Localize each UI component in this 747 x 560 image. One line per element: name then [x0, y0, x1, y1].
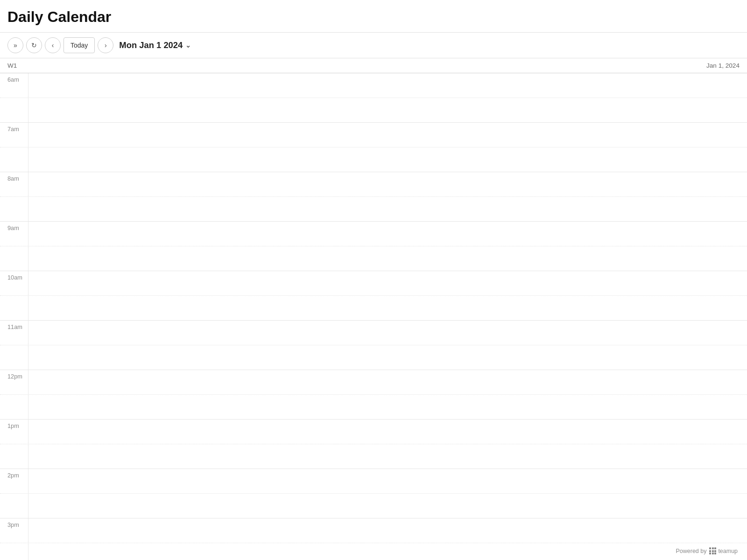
teamup-grid-icon [709, 547, 716, 554]
time-row[interactable] [0, 296, 747, 321]
time-slot-area[interactable] [28, 494, 747, 518]
calendar-grid: 6am7am8am9am10am11am12pm1pm2pm3pm4pm5pm6… [0, 73, 747, 560]
time-row[interactable]: 3pm [0, 518, 747, 543]
time-label: 3pm [0, 518, 28, 528]
time-slot-area[interactable] [28, 518, 747, 543]
time-slot-area[interactable] [28, 147, 747, 172]
chevron-down-icon: ⌄ [185, 42, 191, 49]
time-label [0, 494, 28, 497]
time-label [0, 147, 28, 150]
time-label: 12pm [0, 370, 28, 380]
time-slot-area[interactable] [28, 246, 747, 271]
time-row[interactable] [0, 98, 747, 123]
time-slot-area[interactable] [28, 321, 747, 345]
time-slot-area[interactable] [28, 172, 747, 196]
footer: Powered by teamup [676, 547, 738, 554]
time-row[interactable] [0, 147, 747, 172]
time-slot-area[interactable] [28, 345, 747, 370]
powered-by-label: Powered by [676, 548, 707, 554]
time-row[interactable] [0, 345, 747, 370]
time-label: 6am [0, 73, 28, 83]
time-row[interactable]: 9am [0, 222, 747, 246]
toolbar: » ↻ ‹ Today › Mon Jan 1 2024 ⌄ [0, 33, 747, 58]
time-label [0, 246, 28, 249]
time-label: 11am [0, 321, 28, 330]
brand-label: teamup [718, 548, 738, 554]
time-slot-area[interactable] [28, 73, 747, 98]
time-slot-area[interactable] [28, 296, 747, 320]
time-slot-area[interactable] [28, 123, 747, 147]
today-button[interactable]: Today [63, 37, 95, 53]
time-row[interactable] [0, 494, 747, 518]
time-row[interactable]: 2pm [0, 469, 747, 494]
time-label: 9am [0, 222, 28, 231]
current-date-label: Mon Jan 1 2024 [119, 40, 183, 50]
time-row[interactable]: 1pm [0, 420, 747, 444]
time-row[interactable]: 7am [0, 123, 747, 147]
time-row[interactable] [0, 395, 747, 420]
time-row[interactable] [0, 197, 747, 222]
time-label: 10am [0, 271, 28, 281]
time-row[interactable]: 10am [0, 271, 747, 296]
time-label: 8am [0, 172, 28, 182]
time-label [0, 345, 28, 348]
page-title: Daily Calendar [0, 0, 747, 33]
time-row[interactable]: 12pm [0, 370, 747, 395]
next-button[interactable]: › [98, 37, 113, 53]
expand-button[interactable]: » [7, 37, 23, 53]
time-label [0, 98, 28, 101]
time-row[interactable]: 6am [0, 73, 747, 98]
time-slot-area[interactable] [28, 444, 747, 469]
time-row[interactable] [0, 543, 747, 560]
refresh-button[interactable]: ↻ [26, 37, 42, 53]
time-row[interactable]: 8am [0, 172, 747, 197]
time-slot-area[interactable] [28, 370, 747, 394]
teamup-logo: teamup [709, 547, 738, 554]
time-slot-area[interactable] [28, 395, 747, 419]
time-row[interactable]: 11am [0, 321, 747, 345]
time-label [0, 197, 28, 200]
time-label [0, 444, 28, 447]
time-slot-area[interactable] [28, 271, 747, 295]
date-selector[interactable]: Mon Jan 1 2024 ⌄ [119, 40, 191, 50]
time-label: 1pm [0, 420, 28, 429]
time-label: 7am [0, 123, 28, 133]
time-label [0, 395, 28, 398]
time-slot-area[interactable] [28, 222, 747, 246]
week-number-label: W1 [7, 62, 35, 69]
time-label: 2pm [0, 469, 28, 479]
prev-button[interactable]: ‹ [45, 37, 61, 53]
calendar-header: W1 Jan 1, 2024 [0, 58, 747, 73]
time-slot-area[interactable] [28, 197, 747, 221]
time-label [0, 296, 28, 299]
time-slot-area[interactable] [28, 469, 747, 493]
time-slot-area[interactable] [28, 543, 747, 560]
time-slot-area[interactable] [28, 98, 747, 122]
time-row[interactable] [0, 444, 747, 469]
time-slot-area[interactable] [28, 420, 747, 444]
date-label: Jan 1, 2024 [706, 62, 740, 69]
time-row[interactable] [0, 246, 747, 271]
time-label [0, 543, 28, 546]
